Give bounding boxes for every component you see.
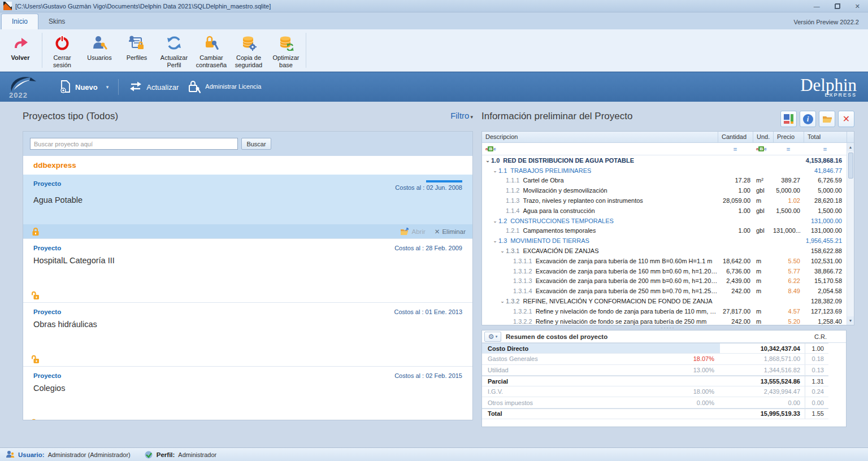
info-button[interactable]: i: [800, 111, 816, 127]
abrir-action[interactable]: Abrir: [400, 228, 426, 236]
vertical-scrollbar[interactable]: ▲ ▼: [847, 143, 854, 325]
nuevo-dropdown-caret[interactable]: ▾: [102, 81, 113, 93]
summary-value: 13,555,524.86: [720, 378, 805, 385]
project-label: Proyecto: [33, 308, 61, 315]
budget-row[interactable]: ⌄ 1.0 RED DE DISTRIBUCION DE AGUA POTABL…: [482, 155, 854, 166]
expand-chevron-icon[interactable]: ⌄: [492, 218, 498, 224]
budget-row[interactable]: ⌄ 1.1.2 Movilización y desmovilización 1…: [482, 185, 854, 195]
row-description: Excavación de zanja para tubería de 250 …: [536, 288, 718, 294]
expand-chevron-icon[interactable]: ⌄: [492, 238, 498, 243]
row-desc-cell: ⌄ 1.1.1 Cartel de Obra: [482, 177, 718, 184]
budget-row[interactable]: ⌄ 1.3.2.1 Refine y nivelación de fondo d…: [482, 306, 854, 316]
row-desc-cell: ⌄ 1.3.1.2 Excavación de zanja para tuber…: [482, 268, 718, 275]
actualizar-button[interactable]: Actualizar: [124, 76, 183, 98]
summary-row[interactable]: Total 15,995,519.33 1.55: [482, 408, 828, 419]
text-filter-icon[interactable]: aBc: [753, 146, 773, 151]
budget-row[interactable]: ⌄ 1.1.1 Cartel de Obra 17.28 m² 389.27 6…: [482, 176, 854, 186]
project-card[interactable]: Proyecto Costos al : 02 Feb. 2015 Colegi…: [23, 366, 472, 420]
project-label: Proyecto: [33, 372, 61, 379]
close-button[interactable]: ✕: [855, 1, 860, 11]
budget-row[interactable]: ⌄ 1.3.1.2 Excavación de zanja para tuber…: [482, 266, 854, 276]
summary-row[interactable]: Utilidad 13.00% 1,344,516.82 0.13: [482, 365, 828, 376]
cr-column-header: C.R.: [814, 333, 840, 340]
tab-inicio[interactable]: Inicio: [1, 14, 38, 29]
layout-view-button[interactable]: [780, 111, 797, 127]
budget-row[interactable]: ⌄ 1.3.1.4 Excavación de zanja para tuber…: [482, 286, 854, 296]
budget-row[interactable]: ⌄ 1.2 CONSTRUCCIONES TEMPORALES 131,000.…: [482, 216, 854, 226]
optimizar-base-button[interactable]: Optimizar base: [267, 31, 305, 70]
usuarios-button[interactable]: Usuarios: [81, 31, 118, 70]
buscar-button[interactable]: Buscar: [241, 138, 271, 150]
row-quantity: 17.28: [718, 177, 753, 184]
budget-row[interactable]: ⌄ 1.2.1 Campamentos temporales 1.00 gbl …: [482, 226, 854, 236]
row-unit: m: [753, 288, 773, 294]
administrar-licencia-button[interactable]: Administrar Licencia: [183, 76, 266, 98]
numeric-filter-icon[interactable]: =: [773, 146, 804, 153]
scroll-down-button[interactable]: ▼: [847, 316, 854, 325]
numeric-filter-icon[interactable]: =: [804, 146, 847, 153]
project-card[interactable]: Proyecto Costos al : 02 Jun. 2008 Agua P…: [23, 175, 472, 238]
column-precio[interactable]: Precio: [773, 132, 804, 142]
restore-button[interactable]: [835, 3, 840, 9]
project-costos-date: Costos al : 01 Ene. 2013: [394, 308, 462, 315]
cambiar-contrasena-button[interactable]: Cambiar contraseña: [193, 31, 230, 70]
expand-chevron-icon[interactable]: ⌄: [499, 248, 506, 254]
perfiles-button[interactable]: Perfiles: [118, 31, 155, 70]
budget-row[interactable]: ⌄ 1.1.4 Agua para la construcción 1.00 g…: [482, 206, 854, 216]
text-filter-icon[interactable]: aBc: [482, 146, 718, 151]
scroll-thumb[interactable]: [848, 153, 853, 179]
selected-accent-bar: [426, 180, 462, 182]
volver-button[interactable]: Volver: [0, 31, 41, 70]
column-und[interactable]: Und.: [753, 132, 773, 142]
scroll-up-button[interactable]: ▲: [847, 143, 854, 151]
summary-row[interactable]: Costo Directo 10,342,437.04 1.00: [482, 343, 828, 354]
actualizar-perfil-button[interactable]: Actualizar Perfil: [155, 31, 193, 70]
summary-row[interactable]: Otros impuestos 0.00% 0.00 0.00: [482, 397, 828, 408]
budget-row[interactable]: ⌄ 1.3.2 REFINE, NIVELACIÓN Y CONFORMACIO…: [482, 296, 854, 306]
database-group-header[interactable]: ddbexpress: [23, 156, 472, 175]
tab-skins[interactable]: Skins: [38, 14, 75, 29]
project-card[interactable]: Proyecto Costos al : 01 Ene. 2013 Obras …: [23, 302, 472, 366]
eliminar-action[interactable]: ✕ Eliminar: [435, 228, 466, 236]
row-price: 1,500.00: [773, 207, 804, 214]
column-descripcion[interactable]: Descripcion: [482, 132, 718, 142]
expand-chevron-icon[interactable]: ⌄: [492, 168, 498, 173]
row-quantity: 6,736.00: [718, 268, 753, 275]
cerrar-sesion-button[interactable]: Cerrar sesión: [44, 31, 81, 70]
row-quantity: 1.00: [718, 207, 753, 214]
summary-row[interactable]: Gastos Generales 18.07% 1,868,571.00 0.1…: [482, 354, 828, 364]
open-project-button[interactable]: [819, 111, 835, 127]
summary-row[interactable]: Parcial 13,555,524.86 1.31: [482, 376, 828, 386]
numeric-filter-icon[interactable]: =: [718, 146, 753, 153]
budget-row[interactable]: ⌄ 1.1 TRABAJOS PRELIMINARES 41,846.77: [482, 166, 854, 176]
column-cantidad[interactable]: Cantidad: [718, 132, 753, 142]
nuevo-button[interactable]: Nuevo: [55, 76, 102, 98]
row-desc-cell: ⌄ 1.1.4 Agua para la construcción: [482, 207, 718, 214]
summary-label: Utilidad: [482, 367, 669, 373]
search-input[interactable]: [30, 138, 238, 150]
filtro-dropdown[interactable]: Filtro▾: [450, 111, 473, 120]
row-code: 1.3.2.1: [513, 308, 532, 315]
budget-row[interactable]: ⌄ 1.3.1.1 Excavación de zanja para tuber…: [482, 256, 854, 266]
minimize-button[interactable]: —: [814, 1, 820, 11]
copia-seguridad-button[interactable]: Copia de seguridad: [230, 31, 267, 70]
refresh-icon: [166, 34, 182, 52]
row-quantity: 1.00: [718, 187, 753, 194]
ribbon-divider: [306, 33, 306, 68]
summary-row[interactable]: I.G.V. 18.00% 2,439,994.47 0.24: [482, 386, 828, 397]
expand-chevron-icon[interactable]: ⌄: [499, 298, 506, 304]
column-total[interactable]: Total: [804, 132, 847, 142]
splitter-handle[interactable]: ·····: [481, 325, 854, 330]
budget-row[interactable]: ⌄ 1.3.1.3 Excavación de zanja para tuber…: [482, 276, 854, 286]
project-card[interactable]: Proyecto Costos al : 28 Feb. 2009 Hospit…: [23, 238, 472, 302]
budget-row[interactable]: ⌄ 1.1.3 Trazo, niveles y replanteo con i…: [482, 195, 854, 206]
summary-settings-button[interactable]: ⚙▾: [484, 332, 501, 342]
row-price: 4.57: [773, 308, 804, 315]
close-panel-button[interactable]: ✕: [838, 111, 854, 127]
version-label: Versión Preview 2022.2: [784, 19, 868, 29]
budget-row[interactable]: ⌄ 1.3.2.2 Refine y nivelación de fondo s…: [482, 316, 854, 325]
expand-chevron-icon[interactable]: ⌄: [484, 158, 491, 163]
budget-row[interactable]: ⌄ 1.3.1 EXCAVACIÓN DE ZANJAS 158,622.88: [482, 246, 854, 256]
budget-row[interactable]: ⌄ 1.3 MOVIMIENTO DE TIERRAS 1,956,455.21: [482, 236, 854, 246]
row-code: 1.1.2: [506, 187, 519, 194]
